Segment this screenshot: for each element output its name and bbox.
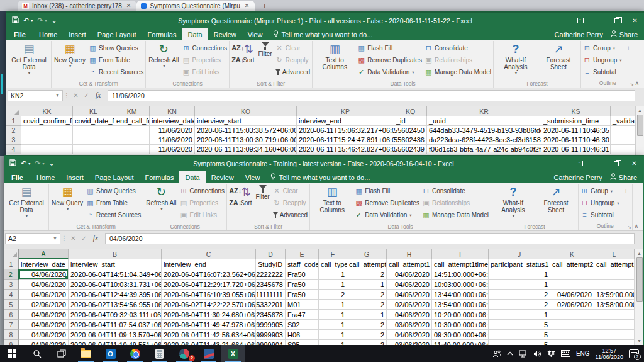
column-header[interactable] [611, 106, 635, 116]
cell[interactable]: covid_confirm_fu [21, 116, 73, 126]
tab-file[interactable]: File [4, 171, 31, 183]
formula-input[interactable]: 11/06/2020 [108, 90, 635, 101]
cell[interactable]: 2020-06-11T15:06:32.217+06:00 [297, 126, 394, 135]
cell[interactable]: 2 [347, 290, 387, 300]
row-header[interactable]: 4 [4, 290, 19, 300]
cell[interactable]: 09:30:00.000+06:00 [432, 330, 489, 340]
row-header[interactable]: 1 [4, 259, 19, 269]
tab-home[interactable]: Home [33, 28, 63, 40]
cell[interactable]: 13:54:00.000+06:00 [432, 300, 489, 310]
cell[interactable]: 2020-06-11T13:00:30.719+06:00 [195, 135, 297, 145]
cell[interactable]: 99999904 [256, 340, 286, 345]
new-query-button[interactable]: ▦New Query▾ [52, 41, 87, 80]
cell[interactable]: 644dab33-3479-4519-b193-93b86fdef7ab [427, 126, 541, 135]
show-detail-button[interactable]: + [623, 42, 634, 54]
cell[interactable] [611, 135, 635, 145]
tab-file[interactable]: File [6, 28, 33, 40]
insert-function-icon[interactable]: fx [89, 234, 102, 243]
tab-view[interactable]: View [240, 171, 266, 183]
dialog-launcher-icon[interactable]: ↘ [628, 225, 631, 230]
undo-button[interactable]: ↶ [23, 16, 29, 25]
refresh-all-button[interactable]: ↻Refresh All▾ [147, 41, 180, 80]
cell[interactable]: 04/06/2020 [387, 310, 432, 320]
cell[interactable]: 2020-06-04T09:32:03.111+06:00 [69, 310, 162, 320]
cell[interactable]: 2020-06-11T10:46:35 [541, 126, 611, 135]
minimize-button[interactable]: — [589, 13, 608, 28]
cell[interactable]: 04/06/2020 [19, 320, 69, 330]
cell[interactable]: 11:40:00.000+06:00 [432, 340, 489, 345]
remove-duplicates-button[interactable]: ▩Remove Duplicates [353, 197, 421, 209]
cell[interactable]: 1 [347, 280, 387, 290]
minimize-button[interactable]: — [589, 156, 607, 171]
network-icon[interactable] [519, 350, 528, 358]
save-icon[interactable] [9, 159, 16, 167]
column-header[interactable]: L [594, 249, 635, 259]
tab-formulas[interactable]: Formulas [140, 171, 180, 183]
cell[interactable]: interview_date [150, 116, 195, 126]
advanced-button[interactable]: Advanced [272, 209, 309, 221]
cell[interactable] [550, 280, 594, 290]
cell[interactable]: 02/06/2020 [19, 300, 69, 310]
people-icon[interactable] [492, 350, 501, 358]
share-button[interactable]: Share [611, 30, 638, 38]
recent-sources-button[interactable]: ◔Recent Sources [85, 209, 142, 221]
column-header[interactable]: A [19, 249, 69, 259]
row-header[interactable]: 2 [4, 269, 19, 280]
outlook-button[interactable]: O [98, 345, 123, 362]
redo-dropdown-icon[interactable]: ▾ [45, 18, 47, 23]
cell[interactable]: H06 [286, 330, 319, 340]
cell[interactable]: 99999903 [256, 330, 286, 340]
forecast-sheet-button[interactable]: ↗Forecast Sheet [537, 41, 580, 80]
tab-home[interactable]: Home [31, 171, 60, 183]
cell[interactable]: 2020-06-04T11:49:47.978+06:00 [162, 320, 256, 330]
cell[interactable]: 04/06/2020 [387, 330, 432, 340]
cell[interactable]: 13:59:00.000 [594, 290, 635, 300]
show-detail-button[interactable]: + [621, 185, 631, 197]
cell[interactable] [611, 145, 635, 154]
forecast-sheet-button[interactable]: ↗Forecast Sheet [535, 184, 577, 223]
tab-review[interactable]: Review [206, 171, 240, 183]
cell[interactable] [21, 126, 73, 135]
tell-me-box[interactable]: Tell me what you want to do... [265, 173, 375, 182]
cell[interactable] [73, 145, 114, 154]
cell[interactable]: 1 [489, 269, 550, 280]
cell[interactable]: 2020-06-04T12:29:17.720+06:00 [162, 280, 256, 290]
cell[interactable]: call_attempt2time [594, 259, 635, 269]
select-all-corner[interactable] [4, 249, 19, 259]
column-header[interactable]: C [162, 249, 256, 259]
select-all-corner[interactable] [6, 106, 21, 116]
column-header[interactable]: KP [297, 106, 394, 116]
cell[interactable]: 2020-06-11T10:46:30 [541, 135, 611, 145]
relationships-button[interactable]: ▣Relationships [421, 197, 490, 209]
column-header[interactable]: E [286, 249, 319, 259]
cell[interactable] [114, 135, 150, 145]
cell[interactable]: call_attempt [347, 259, 387, 269]
cell[interactable]: interview_start [195, 116, 297, 126]
tab-formulas[interactable]: Formulas [142, 28, 182, 40]
sort-az-button[interactable]: AZ↓ [228, 185, 238, 197]
manage-data-model-button[interactable]: ▦Manage Data Model [423, 66, 492, 78]
row-header[interactable]: 2 [6, 126, 21, 135]
data-validation-button[interactable]: ✓Data Validation▾ [356, 66, 423, 78]
scroll-down-icon[interactable]: ▼ [635, 337, 643, 345]
group-button[interactable]: ⊞Group▾ [582, 42, 623, 54]
what-if-analysis-button[interactable]: ?What-If Analysis▾ [492, 184, 535, 223]
undo-dropdown-icon[interactable]: ▾ [31, 18, 33, 23]
subtotal-button[interactable]: ≡Subtotal [579, 209, 621, 221]
flash-fill-button[interactable]: ▦Flash Fill [353, 185, 421, 197]
cell[interactable]: 2020-06-04T11:09:13.570+06:00 [69, 330, 162, 340]
spss-button[interactable] [196, 345, 221, 362]
cell[interactable] [550, 320, 594, 330]
column-header[interactable]: H [387, 249, 432, 259]
cell[interactable]: 2 [347, 330, 387, 340]
what-if-analysis-button[interactable]: ?What-If Analysis▾ [494, 41, 537, 80]
enter-icon[interactable]: ✓ [79, 235, 89, 242]
name-box[interactable]: A2▼ [5, 233, 60, 244]
cell[interactable]: 2 [489, 300, 550, 310]
cell[interactable]: 2 [319, 290, 347, 300]
cell[interactable]: 12345678 [256, 310, 286, 320]
cell[interactable]: 13:58:00.000 [594, 300, 635, 310]
cell[interactable]: 04/06/2020 [19, 330, 69, 340]
cell[interactable]: participant_status1 [489, 259, 550, 269]
insert-function-icon[interactable]: fx [92, 91, 104, 100]
